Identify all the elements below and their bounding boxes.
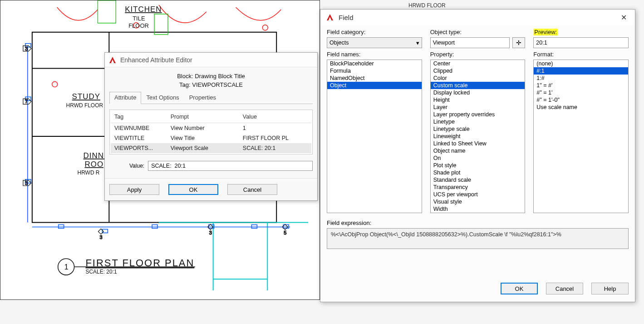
list-item[interactable]: #:1 (534, 67, 628, 75)
chevron-down-icon: ▾ (416, 40, 419, 46)
list-item[interactable]: #" = 1'-0" (534, 96, 628, 104)
tab-text-options[interactable]: Text Options (141, 92, 184, 104)
pick-object-button[interactable]: ✛ (512, 37, 525, 48)
kitchen-label: KITCHEN (125, 5, 162, 14)
svg-text:7: 7 (25, 99, 28, 104)
list-item[interactable]: 1" = #' (534, 82, 628, 89)
block-label: Block: (177, 73, 193, 80)
list-item[interactable]: (none) (534, 60, 628, 67)
list-item[interactable]: Display locked (431, 89, 525, 96)
attr-editor-tabs: Attribute Text Options Properties (109, 92, 313, 104)
apply-button[interactable]: Apply (109, 184, 159, 195)
cell: View Title (167, 133, 239, 143)
field-names-label: Field names: (327, 51, 422, 58)
attr-editor-title: Enhanced Attribute Editor (120, 56, 192, 64)
list-item[interactable]: Plot style (431, 162, 525, 169)
list-item[interactable]: Linetype scale (431, 125, 525, 133)
th-prompt: Prompt (167, 111, 239, 123)
close-icon[interactable]: ✕ (618, 12, 629, 23)
list-item[interactable]: 1:# (534, 75, 628, 82)
block-value: Drawing Block Title (195, 73, 245, 80)
table-row[interactable]: VIEWNUMBE View Number 1 (111, 123, 311, 134)
list-item[interactable]: Height (431, 96, 525, 104)
th-value: Value (239, 111, 311, 123)
svg-text:3: 3 (209, 230, 212, 235)
list-item[interactable]: BlockPlaceholder (327, 60, 422, 67)
svg-text:3: 3 (25, 180, 28, 186)
list-item[interactable]: NamedObject (327, 75, 422, 82)
field-names-list[interactable]: BlockPlaceholderFormulaNamedObjectObject (327, 60, 422, 213)
list-item[interactable]: Layer property overrides (431, 111, 525, 118)
field-help-button[interactable]: Help (591, 283, 629, 294)
svg-rect-18 (152, 225, 157, 229)
tab-attribute[interactable]: Attribute (109, 92, 141, 104)
list-item[interactable]: Visual style (431, 198, 525, 205)
cell: 1 (239, 123, 311, 134)
value-input[interactable] (148, 161, 313, 171)
field-category-select[interactable]: Objects ▾ (327, 37, 422, 48)
list-item[interactable]: #" = 1' (534, 89, 628, 96)
table-row-selected[interactable]: VIEWPORTS... Viewport Scale SCALE: 20:1 (111, 143, 311, 153)
list-item[interactable]: Transparency (431, 184, 525, 191)
list-item[interactable]: Color (431, 75, 525, 82)
cell: VIEWTITLE (111, 133, 167, 143)
object-type-label: Object type: (430, 29, 526, 35)
field-expression-box: %<\AcObjProp Object(%<\_ObjId 1508888205… (327, 228, 629, 249)
field-titlebar[interactable]: Field ✕ (320, 10, 635, 25)
attr-editor-titlebar[interactable]: Enhanced Attribute Editor (105, 53, 317, 67)
format-list[interactable]: (none)#:11:#1" = #'#" = 1'#" = 1'-0"Use … (533, 60, 629, 213)
list-item[interactable]: Object (327, 82, 422, 89)
hrwd-floor-text: HRWD FLOOR (408, 2, 446, 9)
cell: FIRST FLOOR PL (239, 133, 311, 143)
cell: View Number (167, 123, 239, 134)
list-item[interactable]: Formula (327, 67, 422, 75)
list-item[interactable]: Shade plot (431, 169, 525, 176)
list-item[interactable]: UCS per viewport (431, 191, 525, 198)
cell: Viewport Scale (167, 143, 239, 153)
object-type-value: Viewport (433, 40, 455, 46)
field-cancel-button[interactable]: Cancel (546, 283, 583, 294)
tab-properties[interactable]: Properties (184, 92, 221, 104)
list-item[interactable]: Use scale name (534, 104, 628, 111)
field-expression-label: Field expression: (327, 219, 629, 226)
list-item[interactable]: Lineweight (431, 133, 525, 140)
cell: VIEWNUMBE (111, 123, 167, 134)
crosshair-icon: ✛ (516, 39, 521, 46)
field-ok-button[interactable]: OK (501, 283, 538, 294)
autocad-logo-icon (108, 56, 117, 64)
attribute-table[interactable]: Tag Prompt Value VIEWNUMBE View Number 1… (109, 110, 313, 155)
property-label: Property: (430, 51, 526, 58)
svg-point-9 (262, 25, 268, 30)
svg-text:3: 3 (25, 46, 28, 51)
property-list[interactable]: CenterClippedColorCustom scaleDisplay lo… (430, 60, 526, 213)
list-item[interactable]: Clipped (431, 67, 525, 75)
list-item[interactable]: Linetype (431, 118, 525, 125)
svg-text:3: 3 (99, 234, 102, 240)
list-item[interactable]: Linked to Sheet View (431, 140, 525, 147)
list-item[interactable]: Width (431, 205, 525, 213)
object-type-field[interactable]: Viewport (430, 37, 510, 48)
preview-field[interactable]: 20:1 (533, 37, 629, 48)
list-item[interactable]: Layer (431, 104, 525, 111)
preview-label: Preview: (533, 29, 558, 35)
svg-rect-20 (251, 225, 257, 229)
enhanced-attribute-editor-dialog: Enhanced Attribute Editor Block: Drawing… (104, 52, 318, 201)
field-category-value: Objects (329, 40, 349, 46)
field-dialog-title: Field (339, 14, 354, 21)
list-item[interactable]: Object name (431, 147, 525, 155)
list-item[interactable]: Custom scale (431, 82, 525, 89)
cancel-button[interactable]: Cancel (227, 184, 277, 195)
field-category-label: Field category: (327, 29, 422, 35)
ok-button[interactable]: OK (168, 184, 218, 195)
value-label: Value: (129, 163, 144, 169)
list-item[interactable]: On (431, 155, 525, 162)
kitchen-sub2: FLOOR (128, 22, 149, 29)
dining-label1: DINNI (84, 151, 107, 160)
format-label: Format: (533, 51, 629, 58)
list-item[interactable]: Center (431, 60, 525, 67)
list-item[interactable]: Standard scale (431, 176, 525, 184)
plan-number: 1 (64, 263, 69, 271)
study-label: STUDY (72, 92, 100, 101)
svg-rect-23 (154, 14, 168, 35)
table-row[interactable]: VIEWTITLE View Title FIRST FLOOR PL (111, 133, 311, 143)
